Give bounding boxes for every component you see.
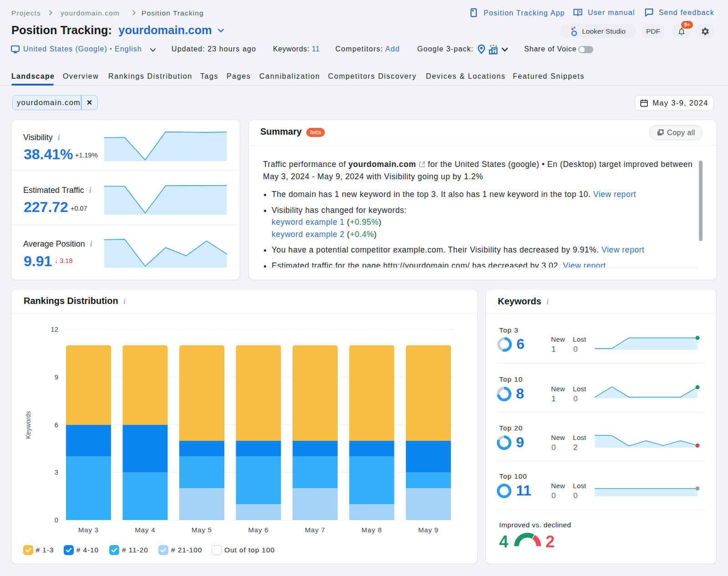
svg-text:May 3: May 3 [78, 526, 99, 534]
svg-text:May 4: May 4 [135, 526, 156, 534]
svg-text:May 6: May 6 [248, 526, 269, 534]
svg-text:3: 3 [55, 468, 58, 476]
svg-text:6: 6 [55, 421, 58, 429]
svg-text:May 9: May 9 [418, 526, 439, 534]
svg-text:12: 12 [51, 325, 58, 333]
svg-text:May 5: May 5 [192, 526, 212, 534]
svg-text:9: 9 [55, 373, 58, 381]
svg-text:May 8: May 8 [362, 526, 382, 534]
svg-text:May 7: May 7 [305, 526, 325, 534]
svg-text:Keywords: Keywords [25, 411, 32, 439]
svg-text:0: 0 [55, 516, 58, 524]
